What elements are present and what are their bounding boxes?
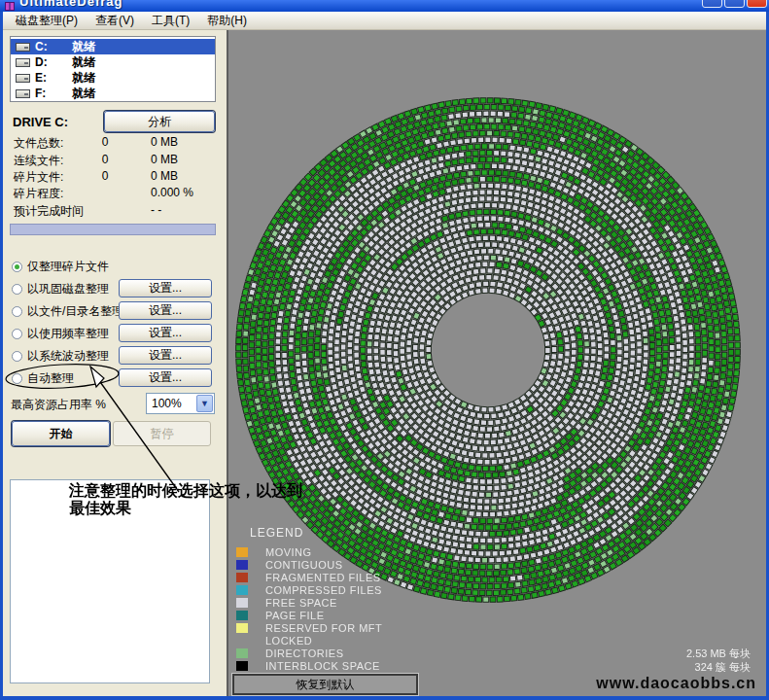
option-by-usage-frequency[interactable]: 以使用频率整理 设置... [3, 324, 224, 343]
settings-button[interactable]: 设置... [119, 346, 212, 365]
drive-icon [16, 58, 30, 67]
legend-item-compressed: COMPRESSED FILES [228, 584, 481, 597]
drive-letter: E: [35, 71, 72, 85]
interblock-swatch [236, 661, 248, 671]
fragmented-swatch [236, 573, 248, 582]
directories-swatch [236, 648, 248, 658]
settings-button[interactable]: 设置... [119, 279, 212, 298]
drive-icon [16, 74, 30, 83]
disk-map-panel: LEGEND MOVING CONTIGUOUS FRAGMENTED FILE… [227, 30, 766, 696]
stat-estimated-time: 预计完成时间 - - [3, 203, 224, 218]
drive-row-c[interactable]: C: 就绪 [11, 39, 215, 54]
radio-button[interactable] [12, 351, 22, 362]
option-by-system-volatility[interactable]: 以系统波动整理 设置... [3, 346, 224, 366]
legend-item-locked: LOCKED [228, 635, 481, 648]
legend-item-moving: MOVING [228, 546, 481, 559]
cluster-size-info: 324 簇 每块 [695, 660, 751, 675]
stat-size: 0 MB [151, 135, 178, 149]
option-label: 以系统波动整理 [27, 348, 109, 365]
legend-item-page-file: PAGE FILE [228, 610, 481, 622]
selected-drive-title: DRIVE C: [13, 115, 68, 129]
close-button[interactable] [747, 0, 767, 8]
progress-bar [10, 224, 216, 235]
drive-status: 就绪 [72, 39, 95, 55]
stat-label: 连续文件: [14, 153, 63, 169]
legend-title: LEGEND [250, 526, 303, 540]
resource-usage-label: 最高资源占用率 % [11, 397, 106, 413]
menu-tools[interactable]: 工具(T) [143, 11, 198, 31]
option-defrag-fragmented-only[interactable]: 仅整理碎片文件 [3, 257, 224, 276]
stat-label: 预计完成时间 [14, 203, 84, 220]
maximize-button[interactable] [724, 0, 745, 8]
option-label: 仅整理碎片文件 [27, 259, 109, 275]
option-label: 自动整理 [27, 370, 74, 387]
start-button[interactable]: 开始 [12, 421, 110, 446]
legend-item-mft: RESERVED FOR MFT [228, 622, 481, 635]
stat-label: 文件总数: [14, 135, 63, 152]
menu-bar: 磁盘整理(P) 查看(V) 工具(T) 帮助(H) [3, 12, 766, 30]
app-window: UltimateDefrag 磁盘整理(P) 查看(V) 工具(T) 帮助(H)… [0, 0, 769, 700]
stat-size: 0 MB [151, 153, 178, 166]
stat-count: 0 [86, 169, 124, 183]
menu-defrag[interactable]: 磁盘整理(P) [7, 11, 87, 31]
compressed-swatch [236, 585, 248, 595]
drive-icon [16, 89, 30, 98]
option-consolidate[interactable]: 以巩固磁盘整理 设置... [3, 279, 224, 298]
drive-letter: F: [35, 87, 72, 100]
block-size-info: 2.53 MB 每块 [686, 647, 751, 661]
stat-size: 0 MB [151, 169, 178, 183]
app-icon [5, 2, 15, 11]
radio-button[interactable] [12, 329, 22, 339]
legend-item-free-space: FREE SPACE [228, 597, 481, 610]
drive-row-e[interactable]: E: 就绪 [11, 70, 215, 86]
locked-swatch [236, 636, 248, 646]
radio-button[interactable] [12, 284, 22, 295]
option-auto-defrag[interactable]: 自动整理 设置... [3, 368, 224, 388]
stat-fragmented-files: 碎片文件: 0 0 MB [3, 169, 224, 184]
menu-view[interactable]: 查看(V) [87, 11, 143, 31]
stat-contiguous-files: 连续文件: 0 0 MB [3, 153, 224, 167]
option-label: 以使用频率整理 [27, 326, 109, 342]
radio-button[interactable] [12, 373, 22, 384]
drive-status: 就绪 [72, 86, 95, 102]
drive-letter: D: [35, 55, 72, 69]
legend-item-directories: DIRECTORIES [228, 648, 481, 660]
resource-usage-select[interactable]: 100% ▼ [146, 393, 215, 414]
legend-item-fragmented: FRAGMENTED FILES [228, 572, 481, 584]
stat-total-files: 文件总数: 0 0 MB [3, 135, 224, 150]
drive-letter: C: [35, 40, 72, 53]
option-label: 以巩固磁盘整理 [27, 281, 109, 298]
stat-size: - - [151, 203, 161, 217]
control-panel: C: 就绪 D: 就绪 E: 就绪 F: 就绪 DRIVE C: 分析 文件总数… [3, 30, 224, 696]
chevron-down-icon[interactable]: ▼ [196, 395, 213, 412]
restore-defaults-button[interactable]: 恢复到默认 [232, 674, 418, 695]
stat-size: 0.000 % [151, 186, 193, 199]
radio-button[interactable] [12, 262, 22, 272]
stat-label: 碎片程度: [14, 186, 63, 202]
settings-button[interactable]: 设置... [119, 301, 212, 320]
contiguous-swatch [236, 560, 248, 570]
legend-item-contiguous: CONTIGUOUS [228, 559, 481, 572]
drive-status: 就绪 [72, 70, 95, 87]
legend-item-interblock: INTERBLOCK SPACE [228, 660, 481, 673]
minimize-button[interactable] [702, 0, 722, 8]
settings-button[interactable]: 设置... [119, 324, 212, 342]
stat-label: 碎片文件: [14, 169, 63, 186]
menu-help[interactable]: 帮助(H) [198, 11, 256, 31]
drive-row-f[interactable]: F: 就绪 [11, 86, 215, 101]
moving-swatch [236, 547, 248, 557]
option-by-filename[interactable]: 以文件/目录名整理 设置... [3, 301, 224, 321]
stat-fragmentation-level: 碎片程度: 0.000 % [3, 186, 224, 200]
drive-row-d[interactable]: D: 就绪 [11, 54, 215, 70]
pause-button: 暂停 [113, 421, 211, 446]
mft-swatch [236, 623, 248, 633]
analyze-button[interactable]: 分析 [104, 111, 215, 132]
stat-count: 0 [86, 135, 124, 149]
radio-button[interactable] [12, 306, 22, 317]
settings-button[interactable]: 设置... [119, 368, 212, 387]
watermark-url: www.daocaobbs.cn [596, 675, 756, 692]
page-file-swatch [236, 611, 248, 620]
resource-usage-value: 100% [147, 397, 196, 410]
drive-icon [16, 43, 30, 52]
window-title: UltimateDefrag [19, 0, 122, 9]
